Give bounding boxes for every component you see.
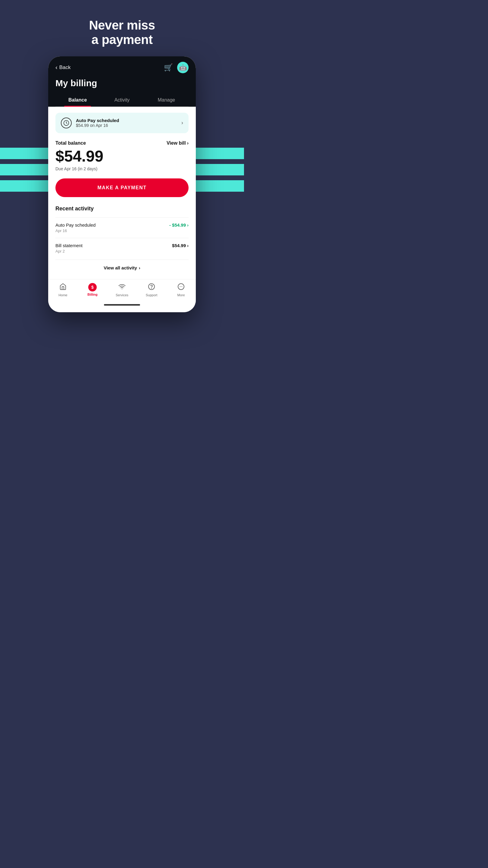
back-chevron-icon: ‹ <box>56 64 58 71</box>
svg-point-6 <box>181 286 181 287</box>
nav-item-more[interactable]: More <box>166 283 196 297</box>
tab-activity[interactable]: Activity <box>100 94 144 106</box>
balance-row: Total balance View bill › <box>56 141 189 146</box>
recent-activity-title: Recent activity <box>56 206 189 212</box>
tabs-bar: Balance Activity Manage <box>56 94 189 107</box>
nav-label-support: Support <box>146 293 158 297</box>
billing-icon-wrapper: $ <box>88 283 97 291</box>
svg-point-7 <box>182 286 183 287</box>
headline-line1: Never miss <box>89 18 155 32</box>
headline-line2: a payment <box>91 33 153 47</box>
nav-item-services[interactable]: Services <box>107 283 137 297</box>
topbar: ‹ Back 🛒 🤖 <box>56 62 189 73</box>
make-payment-button[interactable]: MAKE A PAYMENT <box>56 179 189 197</box>
phone-mockup: ‹ Back 🛒 🤖 My billing Balance Activity <box>48 56 196 312</box>
autopay-title: Auto Pay scheduled <box>76 118 119 123</box>
activity-name-bill: Bill statement <box>56 243 83 248</box>
activity-amount-autopay: - $54.99 › <box>169 222 189 227</box>
avatar[interactable]: 🤖 <box>177 62 189 73</box>
autopay-chevron-icon: › <box>181 120 183 126</box>
due-date: Due Apr 16 (in 2 days) <box>56 166 189 171</box>
phone-header: ‹ Back 🛒 🤖 My billing Balance Activity <box>48 56 196 107</box>
balance-label: Total balance <box>56 141 86 146</box>
bottom-nav: Home $ Billing <box>48 279 196 304</box>
view-all-chevron-icon: › <box>139 265 140 270</box>
topbar-icons: 🛒 🤖 <box>164 62 189 73</box>
home-icon <box>59 283 67 292</box>
activity-item-bill[interactable]: Bill statement $54.99 › Apr 2 <box>56 238 189 258</box>
phone-screen: ‹ Back 🛒 🤖 My billing Balance Activity <box>48 56 196 312</box>
home-indicator <box>104 304 140 306</box>
cart-icon[interactable]: 🛒 <box>164 63 173 72</box>
tab-balance[interactable]: Balance <box>56 94 100 106</box>
activity-chevron-icon: › <box>187 222 189 227</box>
nav-label-services: Services <box>116 293 128 297</box>
nav-item-support[interactable]: Support <box>137 283 166 297</box>
nav-label-more: More <box>177 293 185 297</box>
svg-point-5 <box>180 286 181 287</box>
billing-icon: $ <box>88 283 97 291</box>
back-button[interactable]: ‹ Back <box>56 64 70 71</box>
page-headline: Never miss a payment <box>89 18 155 47</box>
support-icon <box>148 283 155 292</box>
nav-item-billing[interactable]: $ Billing <box>78 283 107 297</box>
activity-item-autopay[interactable]: Auto Pay scheduled - $54.99 › Apr 16 <box>56 217 189 238</box>
view-all-label: View all activity › <box>104 265 140 270</box>
tab-manage[interactable]: Manage <box>144 94 189 106</box>
services-icon <box>119 283 126 292</box>
avatar-icon: 🤖 <box>179 64 187 71</box>
autopay-subtitle: $54.99 on Apr 16 <box>76 123 119 128</box>
activity-date-bill: Apr 2 <box>56 249 189 253</box>
autopay-banner[interactable]: Auto Pay scheduled $54.99 on Apr 16 › <box>56 113 189 133</box>
view-bill-button[interactable]: View bill › <box>167 141 189 146</box>
nav-label-home: Home <box>59 293 67 297</box>
activity-name-autopay: Auto Pay scheduled <box>56 222 96 227</box>
view-all-activity-button[interactable]: View all activity › <box>56 259 189 273</box>
balance-amount: $54.99 <box>56 148 189 164</box>
autopay-left: Auto Pay scheduled $54.99 on Apr 16 <box>61 118 119 128</box>
activity-amount-bill: $54.99 › <box>172 243 189 248</box>
activity-date-autopay: Apr 16 <box>56 228 189 233</box>
phone-body: Auto Pay scheduled $54.99 on Apr 16 › To… <box>48 107 196 279</box>
view-bill-chevron-icon: › <box>187 141 189 146</box>
billing-title: My billing <box>56 78 189 88</box>
svg-point-1 <box>122 289 122 289</box>
autopay-text: Auto Pay scheduled $54.99 on Apr 16 <box>76 118 119 128</box>
nav-item-home[interactable]: Home <box>48 283 78 297</box>
autopay-icon <box>61 118 72 128</box>
activity-chevron-bill-icon: › <box>187 243 189 248</box>
nav-label-billing: Billing <box>87 293 98 296</box>
more-icon <box>177 283 185 292</box>
back-label: Back <box>59 64 71 70</box>
